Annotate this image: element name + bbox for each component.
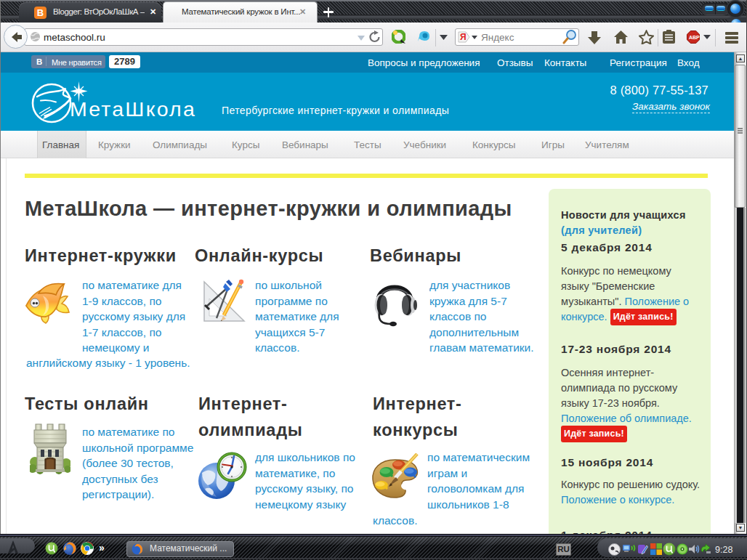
svg-text:Я: Я <box>460 32 467 42</box>
svg-text:ABP: ABP <box>689 35 700 40</box>
